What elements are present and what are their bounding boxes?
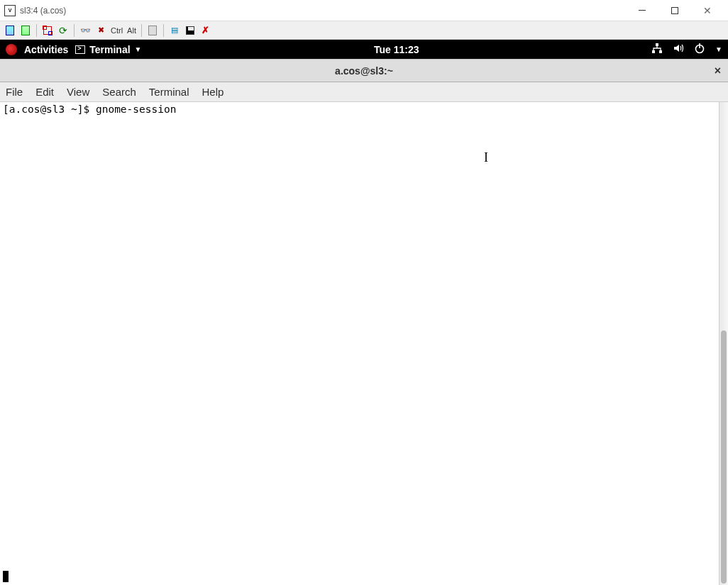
clipboard-button[interactable] [145,23,160,38]
current-app-label: Terminal [89,44,130,55]
scrollbar-thumb[interactable] [721,330,727,584]
fullscreen-button[interactable] [40,23,55,38]
connection-info-button[interactable] [18,23,33,38]
terminal-output[interactable]: [a.cos@sl3 ~]$ gnome-session I [0,102,719,585]
connect-button[interactable]: 👓 [78,23,92,38]
system-menu-chevron-icon[interactable]: ▼ [715,45,722,53]
host-titlebar: V sl3:4 (a.cos) ✕ [0,0,728,21]
send-alt-button[interactable]: Alt [126,26,138,35]
terminal-close-button[interactable]: × [715,65,721,77]
svg-rect-4 [699,43,700,48]
refresh-button[interactable]: ⟳ [56,23,70,38]
toolbar-separator [141,24,142,37]
disconnect-button[interactable]: ✖ [94,23,108,38]
svg-rect-0 [656,43,658,46]
clock-label[interactable]: Tue 11:23 [374,44,419,55]
svg-rect-2 [659,50,662,53]
host-window-controls: ✕ [626,0,724,21]
send-ctrl-button[interactable]: Ctrl [109,26,124,35]
svg-rect-1 [652,50,655,53]
text-cursor-icon: I [484,150,488,166]
terminal-title: a.cos@sl3:~ [335,65,393,77]
toolbar-separator [74,24,75,37]
host-window-title: sl3:4 (a.cos) [20,6,626,16]
distro-logo-icon [6,44,17,55]
menu-view[interactable]: View [67,86,89,98]
menu-help[interactable]: Help [202,86,224,98]
minimize-button[interactable] [626,0,658,21]
prompt-text: [a.cos@sl3 ~]$ [3,104,96,115]
close-button[interactable]: ✕ [691,0,724,21]
vnc-app-icon: V [4,5,16,16]
menu-edit[interactable]: Edit [35,86,54,98]
menu-terminal[interactable]: Terminal [149,86,189,98]
terminal-scrollbar[interactable] [719,102,728,585]
terminal-menubar: File Edit View Search Terminal Help [0,82,728,102]
terminal-icon [75,45,85,54]
volume-icon[interactable] [673,43,684,56]
menu-search[interactable]: Search [102,86,136,98]
toolbar-separator [163,24,164,37]
toolbar-separator [36,24,37,37]
menu-file[interactable]: File [6,86,23,98]
current-app-menu[interactable]: Terminal ▼ [75,44,141,55]
activities-button[interactable]: Activities [24,44,68,55]
command-text: gnome-session [96,104,177,115]
vnc-toolbar: ⟳ 👓 ✖ Ctrl Alt ▤ ✗ [0,21,728,40]
cascade-button[interactable]: ▤ [167,23,182,38]
power-icon[interactable] [694,43,705,56]
terminal-cursor [3,571,9,582]
close-session-button[interactable]: ✗ [199,23,213,38]
maximize-button[interactable] [658,0,691,21]
save-button[interactable] [183,23,197,38]
terminal-titlebar: a.cos@sl3:~ × [0,59,728,82]
chevron-down-icon: ▼ [135,45,142,53]
network-icon[interactable] [651,43,663,56]
gnome-topbar: Activities Terminal ▼ Tue 11:23 ▼ [0,40,728,59]
new-connection-button[interactable] [3,23,17,38]
terminal-area: [a.cos@sl3 ~]$ gnome-session I [0,102,728,585]
